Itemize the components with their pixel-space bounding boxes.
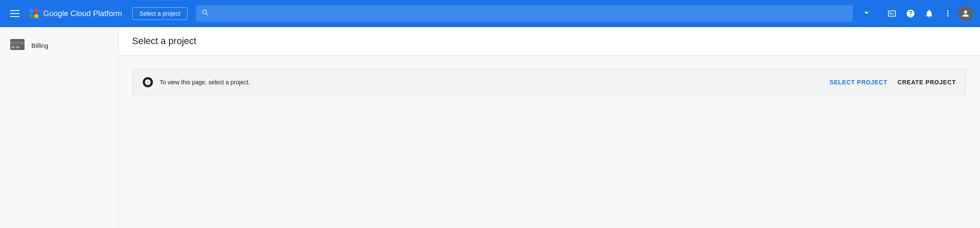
svg-point-2 [29,14,33,18]
top-bar-actions [883,5,973,22]
svg-point-3 [34,14,39,18]
svg-rect-6 [11,46,15,48]
help-button[interactable] [902,5,919,22]
create-project-link[interactable]: CREATE PROJECT [897,79,956,86]
banner-actions: SELECT PROJECT CREATE PROJECT [830,79,956,86]
search-container [196,5,853,22]
billing-icon [10,39,25,52]
content-header: Select a project [119,27,980,56]
sidebar-billing-label: Billing [31,42,48,49]
hamburger-menu-button[interactable] [7,7,23,20]
svg-rect-5 [10,42,25,44]
select-project-button[interactable]: Select a project [132,7,188,20]
search-dropdown-arrow[interactable] [858,4,875,23]
user-avatar-button[interactable] [958,6,973,21]
content-body: To view this page, select a project. SEL… [119,56,980,228]
sidebar-item-billing[interactable]: Billing [0,34,118,57]
svg-point-1 [34,9,39,13]
google-logo-icon [28,8,40,19]
top-navigation-bar: Google Cloud Platform Select a project [0,0,980,27]
main-layout: Billing Select a project To view this pa… [0,27,980,228]
info-icon [143,77,153,87]
cloud-shell-icon [887,9,897,18]
search-input[interactable] [213,10,848,17]
svg-rect-7 [16,46,19,48]
notifications-button[interactable] [921,5,938,22]
page-title: Select a project [132,36,966,47]
help-icon [906,9,915,18]
brand-area: Google Cloud Platform [28,8,122,19]
brand-title: Google Cloud Platform [43,9,122,18]
svg-point-0 [29,9,33,13]
info-banner-message: To view this page, select a project. [160,79,823,86]
more-options-button[interactable] [939,5,956,22]
billing-card-icon [10,39,25,50]
avatar-icon [961,9,970,18]
more-options-icon [943,9,952,18]
cloud-shell-button[interactable] [883,5,900,22]
info-banner: To view this page, select a project. SEL… [132,69,966,95]
sidebar: Billing [0,27,119,228]
search-icon [201,8,210,19]
notifications-icon [925,9,934,18]
select-project-link[interactable]: SELECT PROJECT [830,79,887,86]
content-area: Select a project To view this page, sele… [119,27,980,228]
